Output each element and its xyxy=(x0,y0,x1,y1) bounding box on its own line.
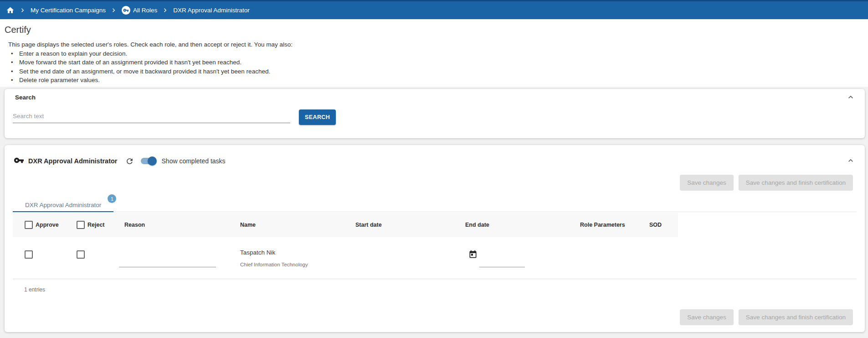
show-completed-toggle[interactable] xyxy=(140,156,157,166)
save-and-finish-button[interactable]: Save changes and finish certification xyxy=(739,309,853,325)
instruction-item: Move forward the start date of an assign… xyxy=(10,58,270,67)
save-buttons-top: Save changes Save changes and finish cer… xyxy=(680,175,853,191)
column-header-name: Name xyxy=(240,222,256,228)
column-header-approve: Approve xyxy=(36,222,59,228)
breadcrumb-separator-icon xyxy=(161,6,169,14)
page-description: This page displays the selected user's r… xyxy=(8,41,293,48)
search-input[interactable] xyxy=(13,109,290,123)
column-header-sod: SOD xyxy=(649,222,662,228)
breadcrumb-item-label: All Roles xyxy=(133,7,157,14)
instruction-list: Enter a reason to explain your decision.… xyxy=(10,49,270,84)
page-title: Certify xyxy=(5,25,31,35)
key-icon xyxy=(14,155,24,167)
reject-all-checkbox[interactable] xyxy=(77,221,85,229)
entries-count: 1 entries xyxy=(24,286,45,293)
breadcrumb-item-label: DXR Approval Administrator xyxy=(173,7,249,14)
approve-checkbox[interactable] xyxy=(25,250,33,259)
table-row: Taspatch Nik Chief Information Technolog… xyxy=(13,237,857,279)
search-panel-title: Search xyxy=(15,94,36,101)
tab-bar: DXR Approval Administrator 1 xyxy=(13,198,857,212)
panel-title: DXR Approval Administrator xyxy=(28,157,118,165)
search-button[interactable]: SEARCH xyxy=(299,109,336,125)
column-header-reason: Reason xyxy=(124,222,145,228)
column-header-reject: Reject xyxy=(87,222,105,228)
instruction-item: Delete role parameter values. xyxy=(10,76,270,84)
toggle-thumb xyxy=(148,156,157,166)
breadcrumb-separator-icon xyxy=(19,6,26,14)
breadcrumb: My Certification Campaigns All Roles DXR… xyxy=(0,0,868,19)
breadcrumb-item-all-roles[interactable]: All Roles xyxy=(122,6,157,15)
column-header-start-date: Start date xyxy=(355,222,382,228)
calendar-icon[interactable] xyxy=(468,250,478,259)
home-link[interactable] xyxy=(6,6,15,15)
breadcrumb-item-campaigns[interactable]: My Certification Campaigns xyxy=(31,7,106,14)
save-changes-button[interactable]: Save changes xyxy=(680,175,734,191)
tab-count-badge: 1 xyxy=(108,194,116,203)
reject-checkbox[interactable] xyxy=(77,250,85,259)
save-buttons-bottom: Save changes Save changes and finish cer… xyxy=(680,309,853,325)
instruction-item: Enter a reason to explain your decision. xyxy=(10,49,270,58)
role-key-icon xyxy=(122,6,130,15)
end-date-input[interactable] xyxy=(479,256,525,267)
column-header-role-parameters: Role Parameters xyxy=(580,222,625,228)
approve-all-checkbox[interactable] xyxy=(25,221,33,229)
search-panel: Search SEARCH xyxy=(5,89,865,138)
table-header: Approve Reject Reason Name Start date En… xyxy=(13,213,678,237)
save-changes-button[interactable]: Save changes xyxy=(680,309,734,325)
home-icon xyxy=(6,6,15,15)
tab-label: DXR Approval Administrator xyxy=(25,202,101,208)
refresh-icon[interactable] xyxy=(125,157,134,166)
breadcrumb-item-label: My Certification Campaigns xyxy=(31,7,106,14)
show-completed-label: Show completed tasks xyxy=(162,157,226,165)
instruction-item: Set the end date of an assignment, or mo… xyxy=(10,67,270,76)
collapse-chevron-icon[interactable] xyxy=(846,156,855,165)
certification-panel: DXR Approval Administrator Show complete… xyxy=(5,145,865,332)
reason-input[interactable] xyxy=(119,256,216,267)
breadcrumb-separator-icon xyxy=(110,6,118,14)
column-header-end-date: End date xyxy=(465,222,489,228)
collapse-chevron-icon[interactable] xyxy=(846,93,855,102)
panel-header: DXR Approval Administrator Show complete… xyxy=(14,156,226,166)
assignment-subtitle: Chief Information Technology xyxy=(240,262,308,267)
breadcrumb-item-current[interactable]: DXR Approval Administrator xyxy=(173,7,249,14)
assignment-name: Taspatch Nik xyxy=(240,249,275,256)
save-and-finish-button[interactable]: Save changes and finish certification xyxy=(739,175,853,191)
tab-dxr-approval-administrator[interactable]: DXR Approval Administrator 1 xyxy=(13,198,113,212)
